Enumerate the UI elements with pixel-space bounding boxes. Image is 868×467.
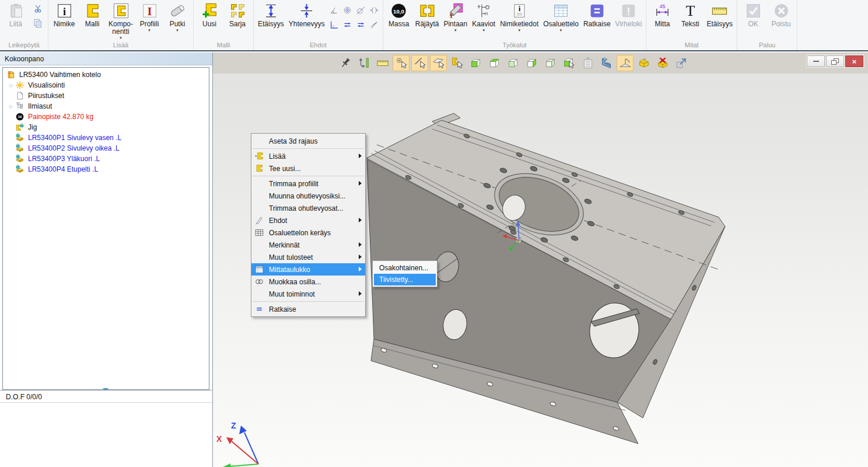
menu-item-ratkaise[interactable]: Ratkaise — [251, 303, 365, 315]
menu-item-muunna-ohutlevyosiksi[interactable]: Muunna ohutlevyosiksi... — [251, 190, 365, 202]
dropdown-arrow-icon[interactable]: ▼ — [119, 36, 123, 40]
axis-triad: Z X — [216, 421, 258, 467]
tree-item-lr53400p4-etupelti-l[interactable]: LR53400P4 Etupelti .L — [3, 164, 209, 175]
symmetry-icon[interactable] — [368, 3, 381, 18]
minimize-button[interactable] — [807, 55, 825, 67]
menu-item-osaluettelon-ker-ys[interactable]: Osaluettelon keräys — [251, 226, 365, 239]
dropdown-arrow-icon[interactable]: ▼ — [517, 29, 521, 32]
expand-arrow-icon[interactable]: ▷ — [8, 104, 15, 109]
part-lock-icon — [15, 165, 25, 174]
expand-arrow-icon[interactable]: ▷ — [8, 83, 15, 88]
ribbon-button-mitta[interactable]: 45Mitta — [648, 0, 676, 28]
perpendicular-icon[interactable] — [327, 18, 341, 32]
parallel2-icon[interactable] — [354, 18, 368, 32]
submenu-item-osakohtainen[interactable]: Osakohtainen... — [374, 262, 436, 274]
ribbon-button-poistu[interactable]: Poistu — [767, 0, 795, 28]
tree-item-piirustukset[interactable]: Piirustukset — [3, 90, 209, 101]
view-isometric-icon[interactable] — [542, 55, 559, 71]
pintaan-icon: I — [447, 2, 464, 20]
ribbon-button-r-j-yt[interactable]: Räjäytä — [413, 0, 442, 28]
ribbon-button-massa[interactable]: 10,0Massa — [385, 0, 413, 28]
ribbon-button-putki[interactable]: Putki▼ — [163, 0, 191, 32]
menu-item-trimmaa-profiilit[interactable]: Trimmaa profiilit — [251, 177, 365, 190]
ribbon-button-label: Yhtenevyys — [289, 20, 325, 28]
sheet-bend-tool-icon[interactable] — [617, 55, 634, 71]
ribbon-button-ratkaise[interactable]: Ratkaise — [581, 0, 613, 28]
view-top-icon[interactable] — [486, 55, 503, 71]
menu-item-merkinn-t[interactable]: Merkinnät — [251, 239, 365, 251]
tangent-icon[interactable] — [354, 3, 368, 18]
ribbon-button-sarja[interactable]: Sarja — [223, 0, 251, 28]
tree-item-lr53400p1-sivulevy-vasen-l[interactable]: LR53400P1 Sivulevy vasen .L — [3, 133, 209, 143]
tree-item-lr53400p2-sivulevy-oikea-l[interactable]: LR53400P2 Sivulevy oikea .L — [3, 143, 209, 154]
menu-item-lis[interactable]: +Lisää — [251, 150, 365, 162]
ribbon-button-osaluettelo[interactable]: Osaluettelo▼ — [541, 0, 581, 32]
ribbon-button-kompo-nentti[interactable]: Kompo- nentti▼ — [106, 0, 135, 40]
measure-ruler-icon[interactable] — [374, 55, 391, 71]
concentric-icon[interactable] — [341, 3, 354, 18]
view-right-icon[interactable] — [523, 55, 540, 71]
menu-item-trimmaa-ohutlevyosat[interactable]: Trimmaa ohutlevyosat... — [251, 202, 365, 214]
close-button[interactable]: × — [845, 55, 863, 67]
ribbon-button-profiili[interactable]: IProfiili▼ — [135, 0, 163, 32]
select-component-icon[interactable] — [449, 55, 466, 71]
select-edge-icon[interactable] — [411, 55, 428, 71]
ribbon-group-paluu: OKPoistuPaluu — [737, 0, 797, 50]
comp-new-icon — [254, 163, 264, 173]
svg-text:i: i — [518, 4, 520, 13]
dropdown-arrow-icon[interactable]: ▼ — [148, 29, 151, 32]
ribbon-button-nimike[interactable]: iNimike — [50, 0, 78, 28]
ribbon-button-yhtenevyys[interactable]: Yhtenevyys — [286, 0, 327, 28]
ribbon-button-kaaviot[interactable]: Kaaviot▼ — [470, 0, 498, 32]
menu-item-aseta-3d-rajaus[interactable]: Aseta 3d rajaus — [251, 135, 365, 147]
ribbon-button-malli[interactable]: Malli — [78, 0, 106, 28]
component-bin-icon[interactable] — [635, 55, 652, 71]
component-bin-delete-icon[interactable] — [654, 55, 671, 71]
ribbon-button-et-isyys[interactable]: Etäisyys — [256, 0, 286, 28]
cross-out-icon[interactable] — [368, 18, 381, 32]
menu-item-muokkaa-osilla[interactable]: Muokkaa osilla... — [251, 276, 365, 288]
ribbon-button-virheloki[interactable]: !Virheloki — [613, 0, 645, 28]
view-pick-face-icon[interactable] — [561, 55, 578, 71]
ribbon-button-et-isyys[interactable]: Etäisyys — [704, 0, 735, 28]
orbit-measure-icon[interactable] — [355, 55, 372, 71]
menu-item-ehdot[interactable]: Ehdot — [251, 214, 365, 226]
parallel-icon[interactable] — [341, 18, 354, 32]
ribbon-button-ok[interactable]: OK — [739, 0, 767, 28]
ribbon-button-liit[interactable]: Liitä — [2, 0, 30, 28]
pin-icon[interactable] — [337, 55, 354, 71]
profile-tool-icon[interactable] — [598, 55, 615, 71]
tree-item-lr53400-vaihtimen-kotelo[interactable]: LR53400 Vaihtimen kotelo — [3, 69, 209, 80]
ribbon-button-label: Etäisyys — [706, 20, 733, 28]
tree-item-ilmiasut[interactable]: ▷Ilmiasut — [3, 101, 209, 111]
ribbon-button-uusi[interactable]: Uusi — [195, 0, 223, 28]
ribbon-button-label: Ratkaise — [583, 20, 611, 28]
ribbon-button-teksti[interactable]: TTeksti — [676, 0, 704, 28]
menu-item-mittataulukko[interactable]: Mittataulukko — [251, 263, 365, 276]
tree-item-lr53400p3-yl-kuori-l[interactable]: LR53400P3 Yläkuori .L — [3, 154, 209, 164]
copy-icon[interactable] — [33, 18, 43, 29]
dropdown-arrow-icon[interactable]: ▼ — [482, 29, 485, 32]
ribbon-button-nimiketiedot[interactable]: iNimiketiedot▼ — [498, 0, 541, 32]
restore-button[interactable] — [826, 55, 844, 67]
select-point-icon[interactable] — [393, 55, 410, 71]
dropdown-arrow-icon[interactable]: ▼ — [559, 29, 563, 32]
dropdown-arrow-icon[interactable]: ▼ — [454, 29, 457, 32]
scissors-icon[interactable] — [33, 4, 43, 14]
submenu-item-tiivistetty[interactable]: Tiivistetty... — [374, 274, 436, 285]
ribbon-button-pintaan[interactable]: IPintaan▼ — [441, 0, 470, 32]
view-front-icon[interactable] — [467, 55, 484, 71]
angle-icon[interactable] — [327, 3, 341, 18]
menu-item-label: Mittataulukko — [269, 266, 310, 274]
menu-item-tee-uusi[interactable]: Tee uusi... — [251, 162, 365, 175]
tree-item-jig[interactable]: Jig — [3, 122, 209, 133]
menu-item-muut-toiminnot[interactable]: Muut toiminnot — [251, 288, 365, 300]
feature-list-icon[interactable] — [579, 55, 596, 71]
dropdown-arrow-icon[interactable]: ▼ — [176, 29, 179, 32]
tree-item-painopiste-42-870-kg[interactable]: 10Painopiste 42.870 kg — [3, 111, 209, 122]
tree-item-visualisointi[interactable]: ▷Visualisointi — [3, 80, 209, 90]
menu-item-muut-tulosteet[interactable]: Muut tulosteet — [251, 251, 365, 263]
detach-window-icon[interactable] — [673, 55, 690, 71]
view-left-icon[interactable] — [505, 55, 522, 71]
select-face-icon[interactable] — [430, 55, 447, 71]
